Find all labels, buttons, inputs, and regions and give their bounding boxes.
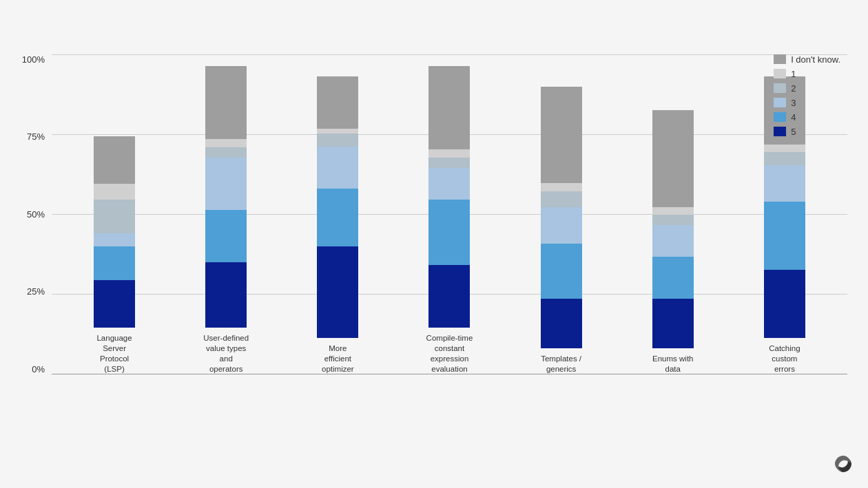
y-axis-label: 100% xyxy=(22,54,45,65)
chart-container: 100%75%50%25%0% LanguageServerProtocol(L… xyxy=(0,0,868,488)
bar xyxy=(541,87,582,348)
bar xyxy=(652,110,694,348)
bar-segment-dont_know xyxy=(541,87,582,184)
bar-label: Catchingcustomerrors xyxy=(757,343,812,374)
legend-item: 3 xyxy=(774,98,840,108)
legend-swatch xyxy=(774,127,786,136)
legend-label: 3 xyxy=(791,98,796,108)
legend-swatch xyxy=(774,69,786,78)
chart-area: 100%75%50%25%0% LanguageServerProtocol(L… xyxy=(21,54,847,412)
bar-segment-two xyxy=(541,191,582,207)
x-axis-line xyxy=(52,374,847,374)
bar-label: Moreefficientoptimizer xyxy=(310,343,365,374)
bar-group: LanguageServerProtocol(LSP) xyxy=(87,54,142,374)
y-axis-label: 0% xyxy=(32,364,45,374)
y-axis-label: 75% xyxy=(27,131,45,142)
legend-label: I don't know. xyxy=(791,54,840,65)
legend-item: 5 xyxy=(774,127,840,137)
bar-label: LanguageServerProtocol(LSP) xyxy=(87,333,142,374)
bar-segment-five xyxy=(652,299,694,348)
bar-group: Compile-timeconstantexpressionevaluation xyxy=(422,54,477,374)
bar-segment-three xyxy=(652,225,694,257)
bar-segment-three xyxy=(205,158,247,210)
bar-segment-three xyxy=(317,147,358,189)
bar xyxy=(428,66,470,328)
bar-segment-two xyxy=(652,215,694,225)
bar-group: User-definedvalue typesandoperators xyxy=(198,54,254,374)
legend: I don't know.12345 xyxy=(774,54,840,137)
bar-segment-four xyxy=(541,244,582,299)
legend-label: 4 xyxy=(791,112,796,123)
legend-label: 1 xyxy=(791,69,796,79)
bar-segment-dont_know xyxy=(317,76,358,129)
bar-segment-three xyxy=(428,168,470,200)
bar-segment-four xyxy=(205,210,247,262)
legend-item: 2 xyxy=(774,83,840,94)
legend-label: 5 xyxy=(791,127,796,137)
y-axis-label: 50% xyxy=(27,209,45,220)
bar-segment-five xyxy=(541,299,582,348)
bar-segment-four xyxy=(764,202,805,270)
bar-segment-dont_know xyxy=(652,110,694,207)
bar-segment-five xyxy=(205,262,247,328)
bar-segment-five xyxy=(764,270,805,338)
bar-segment-two xyxy=(205,147,247,158)
bar-segment-three xyxy=(541,207,582,244)
bar-group: Enums withdata xyxy=(645,54,701,374)
bar-label: User-definedvalue typesandoperators xyxy=(198,333,254,374)
bar xyxy=(94,136,135,327)
bar-segment-two xyxy=(764,152,805,165)
bar-segment-one xyxy=(428,149,470,157)
legend-swatch xyxy=(774,98,786,107)
bar-segment-four xyxy=(428,200,470,265)
bar xyxy=(205,66,247,328)
bar-segment-dont_know xyxy=(205,66,247,139)
legend-item: I don't know. xyxy=(774,54,840,65)
legend-swatch xyxy=(774,54,786,64)
bar-segment-one xyxy=(652,207,694,215)
bar-segment-one xyxy=(317,129,358,134)
bar-segment-three xyxy=(94,233,135,246)
grid-and-bars: LanguageServerProtocol(LSP)User-definedv… xyxy=(52,54,847,412)
bar-segment-two xyxy=(94,200,135,233)
legend-swatch xyxy=(774,83,786,93)
legend-item: 4 xyxy=(774,112,840,123)
y-axis: 100%75%50%25%0% xyxy=(21,54,52,412)
logo xyxy=(832,453,854,478)
bar-segment-five xyxy=(94,280,135,327)
bar-segment-one xyxy=(541,183,582,191)
bar-segment-dont_know xyxy=(94,136,135,183)
chart-title xyxy=(21,21,847,41)
bar-segment-five xyxy=(317,246,358,338)
bar-segment-two xyxy=(428,158,470,168)
bar-label: Compile-timeconstantexpressionevaluation xyxy=(422,333,477,374)
bar-segment-one xyxy=(764,145,805,152)
legend-swatch xyxy=(774,112,786,122)
legend-label: 2 xyxy=(791,83,796,94)
y-axis-label: 25% xyxy=(27,286,45,297)
bar-segment-four xyxy=(94,246,135,280)
bar-group: Moreefficientoptimizer xyxy=(310,54,365,374)
bars-row: LanguageServerProtocol(LSP)User-definedv… xyxy=(52,54,847,374)
bar xyxy=(317,76,358,338)
bar-segment-one xyxy=(94,184,135,200)
bar-label: Enums withdata xyxy=(645,354,701,374)
bar-segment-two xyxy=(317,134,358,147)
bar-segment-three xyxy=(764,165,805,202)
chart-plot: LanguageServerProtocol(LSP)User-definedv… xyxy=(52,54,847,412)
bar-label: Templates /generics xyxy=(534,354,589,374)
legend-item: 1 xyxy=(774,69,840,79)
bar-segment-four xyxy=(317,189,358,246)
bar-segment-dont_know xyxy=(428,66,470,150)
bar-segment-five xyxy=(428,265,470,328)
bar-segment-four xyxy=(652,257,694,299)
bar-segment-one xyxy=(205,139,247,147)
bar-group: Templates /generics xyxy=(534,54,589,374)
